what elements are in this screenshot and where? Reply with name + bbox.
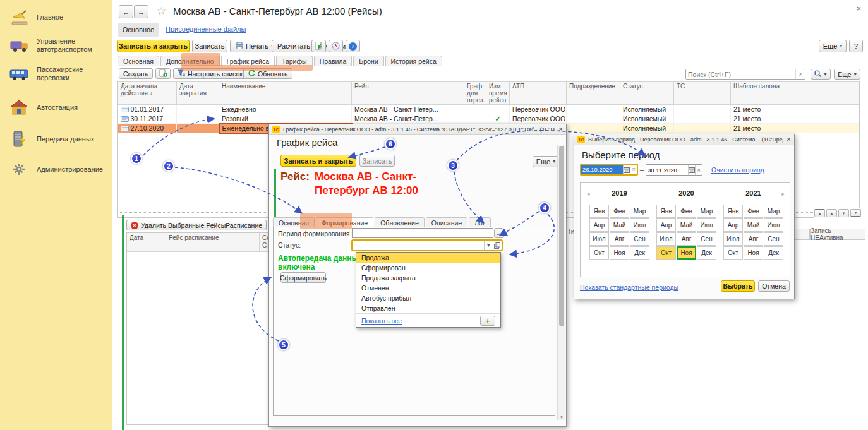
month-cell[interactable]: Сен [764, 232, 783, 246]
jump-up-icon[interactable]: ▲ [826, 209, 837, 217]
combo-dropdown-icon[interactable]: ▼ [484, 241, 493, 250]
dropdown-item[interactable]: Отменен [356, 283, 500, 293]
col-header-cut-graph[interactable]: Граф. для отрез. [464, 82, 486, 105]
sidebar-item-bus-station[interactable]: Автостанция [3, 93, 111, 121]
status-input[interactable] [353, 241, 484, 250]
add-item-button[interactable]: + [480, 316, 495, 326]
help-button[interactable]: ? [849, 40, 863, 52]
month-cell[interactable]: Май [677, 218, 696, 232]
tab-dopolnitelno[interactable]: Дополнительно [160, 56, 220, 66]
period-choose-button[interactable]: … [494, 228, 504, 238]
month-cell-selected-start[interactable]: Окт [656, 246, 676, 260]
save-close-button[interactable]: Записать и закрыть [117, 40, 190, 52]
col-header-name[interactable]: Наименование [219, 82, 352, 105]
refresh-button[interactable]: Обновить [243, 68, 292, 79]
col-header-run-schedule[interactable]: Рейс расписание [166, 233, 260, 251]
close-icon[interactable]: × [787, 136, 791, 143]
col-header-inactive[interactable]: Запись НЕАктивна [810, 229, 865, 240]
clear-date-icon[interactable]: × [630, 165, 637, 174]
month-cell[interactable]: Авг [610, 232, 629, 246]
close-icon[interactable]: × [857, 5, 861, 13]
dropdown-item[interactable]: Отправлен [356, 303, 500, 313]
month-cell[interactable]: Мар [697, 205, 716, 218]
favorite-star-icon[interactable]: ☆ [157, 4, 166, 18]
month-cell[interactable]: Сен [697, 232, 716, 246]
back-button[interactable]: ← [119, 5, 133, 18]
configure-list-button[interactable]: Настроить список... [173, 68, 253, 79]
month-cell[interactable]: Сен [630, 232, 649, 246]
sidebar-item-passenger-transport[interactable]: Пассажирские перевозки [3, 60, 111, 88]
col-header-close-date[interactable]: Дата закрытия [177, 82, 219, 105]
month-cell[interactable]: Июн [630, 218, 649, 232]
calendar-icon[interactable] [623, 165, 630, 174]
month-cell[interactable]: Июл [723, 232, 743, 246]
period-dialog-titlebar[interactable]: 1С Выберите период - Перевозчик ООО - ad… [574, 134, 794, 145]
col-header-ts[interactable]: ТС [674, 82, 731, 105]
dropdown-item[interactable]: Сформирован [356, 263, 500, 273]
info-button[interactable]: i [346, 40, 360, 52]
generate-button[interactable]: Сформировать [280, 272, 326, 283]
search-button[interactable]: ▾ [811, 69, 831, 80]
sidebar-item-transport-management[interactable]: Управление автотранспортом [3, 30, 111, 61]
month-cell[interactable]: Янв [656, 205, 676, 218]
col-header-cabin[interactable]: Шаблон салона [731, 82, 859, 105]
more-button[interactable]: Еще ▾ [819, 40, 847, 52]
month-cell[interactable]: Июл [656, 232, 676, 246]
month-cell[interactable]: Июн [764, 218, 783, 232]
tab-tarify[interactable]: Тарифы [276, 56, 313, 66]
export-file-button[interactable] [311, 40, 326, 52]
clear-period-link[interactable]: Очистить период [711, 166, 764, 174]
create-group-button[interactable] [155, 68, 171, 79]
month-cell[interactable]: Фев [677, 205, 696, 218]
sidebar-item-main[interactable]: Главное [3, 4, 111, 30]
search-input[interactable] [686, 69, 795, 79]
save-button[interactable]: Записать [192, 40, 227, 52]
clear-search-icon[interactable]: × [795, 69, 805, 79]
month-cell[interactable]: Июл [589, 232, 609, 246]
month-cell[interactable]: Апр [589, 218, 609, 232]
tab-broni[interactable]: Брони [353, 56, 383, 66]
forward-button[interactable]: → [134, 5, 148, 18]
next-years-icon[interactable]: ► [781, 191, 786, 197]
date-from-input[interactable] [581, 165, 623, 174]
standard-periods-link[interactable]: Показать стандартные периоды [580, 284, 678, 291]
attached-files-link[interactable]: Присоединенные файлы [166, 25, 246, 33]
tab-osnovnaya[interactable]: Основная [118, 56, 159, 66]
month-cell[interactable]: Мар [630, 205, 649, 218]
sidebar-item-administration[interactable]: Администрирование [3, 157, 111, 182]
sidebar-item-data-transfer[interactable]: Передача данных [3, 124, 111, 153]
dialog-scrollbar[interactable]: ▼ [557, 145, 565, 420]
dropdown-item[interactable]: Продажа закрыта [356, 273, 500, 283]
col-header-route[interactable]: Рейс [352, 82, 464, 105]
month-cell[interactable]: Июн [697, 218, 716, 232]
calendar-icon[interactable] [688, 165, 696, 175]
create-button[interactable]: Создать [119, 68, 153, 79]
scroll-down-icon[interactable]: ▼ [560, 415, 564, 419]
tab-pravila[interactable]: Правила [314, 56, 353, 66]
open-item-icon[interactable] [493, 241, 502, 250]
tab-main[interactable]: Основное [118, 23, 159, 37]
cancel-button[interactable]: Отмена [758, 280, 790, 292]
month-cell[interactable]: Окт [589, 246, 609, 260]
col-header-time-change[interactable]: Изм. время рейса [486, 82, 510, 105]
tab-istoriya-reysa[interactable]: История рейса [385, 56, 442, 66]
month-cell[interactable]: Дек [697, 246, 716, 260]
jump-top-icon[interactable]: ▲ [814, 209, 825, 217]
col-header-status[interactable]: Статус [620, 82, 674, 105]
dropdown-item[interactable]: Продажа [356, 253, 500, 263]
dialog-save-button[interactable]: Записать [359, 155, 395, 167]
month-cell[interactable]: Ноя [610, 246, 629, 260]
show-all-link[interactable]: Показать все [361, 317, 402, 325]
clear-date-icon[interactable]: × [695, 165, 702, 175]
month-cell[interactable]: Дек [630, 246, 649, 260]
col-header-atp[interactable]: АТП [510, 82, 567, 105]
close-icon[interactable]: × [558, 126, 563, 133]
month-cell-selected-end[interactable]: Ноя [677, 246, 696, 260]
period-input[interactable] [352, 228, 493, 238]
delete-selected-button[interactable]: × Удалить Выбранные РейсыРасписание [126, 220, 267, 230]
month-cell[interactable]: Авг [744, 232, 763, 246]
month-cell[interactable]: Фев [610, 205, 629, 218]
month-cell[interactable]: Дек [764, 246, 783, 260]
month-cell[interactable]: Фев [744, 205, 763, 218]
month-cell[interactable]: Авг [677, 232, 696, 246]
